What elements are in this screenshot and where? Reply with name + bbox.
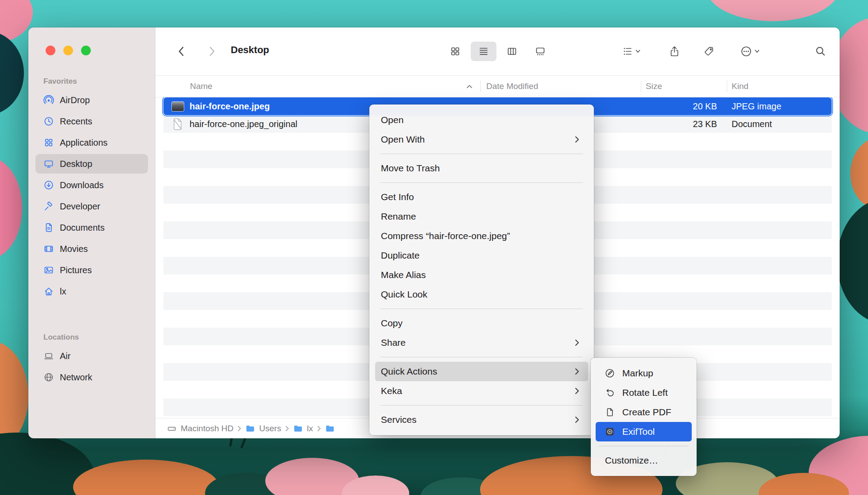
file-kind: Document — [727, 119, 832, 129]
hammer-icon — [43, 201, 54, 212]
group-by-button[interactable] — [615, 42, 647, 61]
menu-divider — [380, 405, 583, 406]
menu-item-compress[interactable]: Compress “hair-force-one.jpeg” — [375, 226, 588, 246]
sidebar-item-label: Pictures — [60, 265, 92, 275]
share-button[interactable] — [665, 42, 684, 61]
sidebar-item-developer[interactable]: Developer — [35, 197, 148, 216]
quick-actions-submenu: Markup Rotate Left Create PDF ExifTool C… — [591, 358, 697, 476]
share-icon — [669, 46, 680, 57]
menu-divider — [380, 154, 583, 154]
forward-button[interactable] — [202, 42, 222, 61]
menu-item-make-alias[interactable]: Make Alias — [375, 265, 588, 285]
download-circle-icon — [43, 180, 54, 190]
sidebar-item-air[interactable]: Air — [35, 346, 148, 366]
menu-item-quick-look[interactable]: Quick Look — [375, 285, 588, 304]
path-crumb-truncated[interactable] — [325, 424, 339, 433]
search-icon — [815, 46, 826, 57]
desktop-icon — [43, 159, 54, 169]
clock-icon — [43, 116, 54, 127]
sidebar-item-documents[interactable]: Documents — [35, 218, 148, 237]
sidebar-item-label: Downloads — [60, 180, 104, 190]
column-header-name[interactable]: Name — [163, 76, 480, 97]
list-view-button[interactable] — [471, 42, 496, 61]
chevron-right-icon — [209, 46, 215, 56]
path-separator-icon — [237, 425, 241, 432]
gallery-view-button[interactable] — [527, 42, 553, 61]
sidebar-item-airdrop[interactable]: AirDrop — [35, 90, 148, 110]
submenu-item-exiftool[interactable]: ExifTool — [596, 422, 692, 441]
list-view-icon — [478, 46, 489, 57]
more-actions-button[interactable] — [734, 42, 766, 61]
column-header-kind[interactable]: Kind — [727, 76, 832, 97]
menu-item-share[interactable]: Share — [375, 333, 588, 352]
menu-divider — [380, 182, 583, 183]
zoom-button[interactable] — [81, 46, 91, 55]
column-header-size[interactable]: Size — [641, 76, 727, 97]
tag-icon — [704, 46, 714, 57]
rotate-left-icon — [605, 388, 616, 398]
back-button[interactable] — [171, 42, 191, 61]
path-crumb-lx[interactable]: lx — [293, 424, 313, 433]
home-icon — [43, 286, 54, 297]
favorites-label: Favorites — [35, 77, 148, 86]
window-title: Desktop — [231, 44, 269, 56]
menu-item-copy[interactable]: Copy — [375, 313, 588, 333]
sidebar-item-desktop[interactable]: Desktop — [35, 154, 148, 174]
menu-item-open[interactable]: Open — [375, 110, 588, 130]
menu-item-duplicate[interactable]: Duplicate — [375, 246, 588, 265]
sidebar-item-label: Air — [60, 351, 70, 361]
submenu-item-create-pdf[interactable]: Create PDF — [596, 402, 692, 422]
path-crumb-macintosh-hd[interactable]: Macintosh HD — [167, 424, 233, 433]
menu-item-open-with[interactable]: Open With — [375, 130, 588, 149]
sidebar-item-pictures[interactable]: Pictures — [35, 260, 148, 280]
document-icon — [43, 222, 54, 233]
icon-view-button[interactable] — [442, 42, 468, 61]
sidebar-item-movies[interactable]: Movies — [35, 239, 148, 259]
menu-item-get-info[interactable]: Get Info — [375, 187, 588, 207]
menu-divider — [380, 357, 583, 357]
menu-item-keka[interactable]: Keka — [375, 381, 588, 401]
folder-icon — [245, 424, 255, 433]
menu-item-rename[interactable]: Rename — [375, 207, 588, 226]
column-view-icon — [507, 46, 517, 57]
sidebar-item-applications[interactable]: Applications — [35, 133, 148, 152]
icon-view-icon — [450, 46, 461, 57]
group-by-icon — [622, 46, 633, 57]
submenu-chevron-icon — [575, 136, 583, 143]
column-view-button[interactable] — [499, 42, 525, 61]
search-button[interactable] — [811, 42, 830, 61]
harddrive-icon — [167, 424, 177, 433]
sidebar-item-network[interactable]: Network — [35, 367, 148, 387]
app-grid-icon — [43, 137, 54, 148]
locations-label: Locations — [35, 333, 148, 342]
menu-item-move-to-trash[interactable]: Move to Trash — [375, 159, 588, 178]
path-separator-icon — [317, 425, 321, 432]
sidebar-item-label: Network — [60, 372, 92, 383]
sidebar-item-label: Documents — [60, 223, 105, 233]
close-button[interactable] — [46, 46, 55, 55]
submenu-item-rotate-left[interactable]: Rotate Left — [596, 383, 692, 402]
menu-divider — [380, 309, 583, 309]
path-crumb-users[interactable]: Users — [245, 424, 281, 433]
laptop-icon — [43, 351, 54, 361]
file-name: hair-force-one.jpeg — [190, 101, 270, 112]
column-header-date-modified[interactable]: Date Modified — [480, 76, 641, 97]
film-icon — [43, 244, 54, 254]
folder-icon — [293, 424, 303, 433]
view-switcher — [442, 42, 553, 61]
sidebar-item-home[interactable]: lx — [35, 282, 148, 301]
image-thumbnail — [170, 100, 185, 113]
minimize-button[interactable] — [63, 46, 73, 55]
markup-icon — [605, 368, 616, 378]
submenu-item-markup[interactable]: Markup — [596, 364, 692, 383]
tag-button[interactable] — [699, 42, 719, 61]
sidebar-section-locations: Locations Air Network — [28, 333, 155, 387]
menu-item-quick-actions[interactable]: Quick Actions — [375, 362, 588, 381]
sidebar-item-downloads[interactable]: Downloads — [35, 175, 148, 195]
chevron-down-icon — [636, 50, 640, 53]
submenu-chevron-icon — [575, 368, 583, 375]
submenu-item-customize[interactable]: Customize… — [596, 451, 692, 470]
sidebar-item-recents[interactable]: Recents — [35, 112, 148, 131]
menu-item-services[interactable]: Services — [375, 410, 588, 429]
create-pdf-icon — [605, 407, 616, 417]
